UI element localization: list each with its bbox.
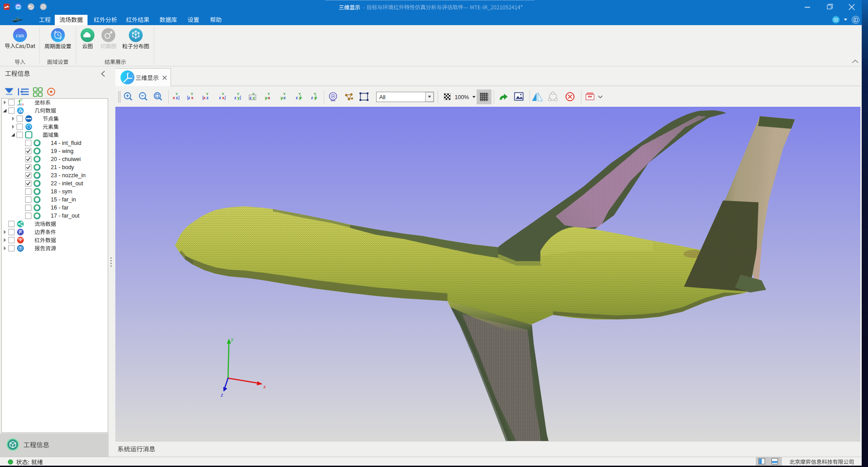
svg-text:z: z: [206, 96, 209, 100]
svg-text:z: z: [219, 96, 221, 100]
svg-text:20 - chuiwei: 20 - chuiwei: [51, 156, 81, 162]
svg-text:x: x: [173, 96, 175, 100]
svg-text:15 - far_in: 15 - far_in: [51, 196, 76, 203]
svg-text:18 - sym: 18 - sym: [51, 188, 72, 195]
svg-text:z: z: [176, 96, 178, 100]
svg-text:Y: Y: [206, 92, 209, 96]
svg-text:x: x: [268, 96, 270, 100]
svg-text:y: y: [237, 96, 240, 100]
svg-text:14 - int_fluid: 14 - int_fluid: [51, 140, 81, 146]
svg-text:22 - inlet_out: 22 - inlet_out: [51, 180, 83, 187]
svg-text:x: x: [222, 96, 224, 100]
svg-text:Y: Y: [191, 92, 193, 96]
svg-text:z: z: [20, 102, 22, 106]
svg-text:21 - body: 21 - body: [51, 164, 75, 170]
svg-text:19 - wing: 19 - wing: [51, 148, 74, 154]
svg-text:x: x: [191, 96, 193, 100]
svg-text:y: y: [253, 96, 255, 100]
svg-text:23 - nozzle_in: 23 - nozzle_in: [51, 172, 86, 179]
svg-text:z: z: [250, 96, 252, 100]
svg-text:z: z: [311, 96, 313, 100]
svg-text:100%: 100%: [455, 94, 469, 100]
svg-text:z: z: [296, 96, 298, 100]
svg-text:17 - far_out: 17 - far_out: [51, 213, 79, 219]
svg-text:16 - far: 16 - far: [51, 205, 69, 211]
svg-text:Y: Y: [20, 98, 23, 102]
svg-text:Y: Y: [283, 92, 286, 96]
svg-text:z: z: [234, 96, 237, 100]
svg-text:Y: Y: [252, 92, 255, 96]
svg-text:x: x: [22, 102, 24, 106]
svg-text:Y: Y: [237, 92, 240, 96]
svg-text:cas: cas: [16, 32, 24, 39]
svg-text:Y: Y: [222, 92, 224, 96]
svg-text:Y: Y: [175, 92, 178, 96]
svg-text:All: All: [379, 94, 386, 100]
svg-text:z: z: [284, 96, 286, 100]
svg-text:Y: Y: [267, 92, 270, 96]
